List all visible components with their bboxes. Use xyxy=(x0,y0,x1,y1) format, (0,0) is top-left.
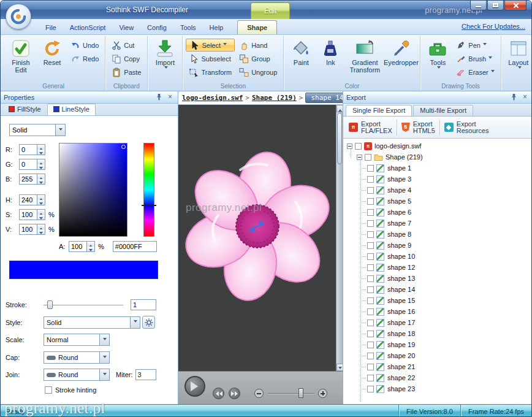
tree-item-checkbox[interactable] xyxy=(367,386,374,392)
panel-close-icon[interactable]: × xyxy=(520,93,530,102)
join-dropdown-button[interactable] xyxy=(99,369,109,380)
stroke-value-field[interactable]: 1 xyxy=(131,299,156,310)
tree-item-shape[interactable]: shape 8 xyxy=(360,229,532,240)
eyedropper-button[interactable]: Eyedropper xyxy=(385,37,417,67)
stroke-slider[interactable] xyxy=(44,300,123,310)
tree-item-shape[interactable]: shape 1 xyxy=(360,163,532,174)
undo-button[interactable]: Undo xyxy=(67,39,102,52)
blue-stepper[interactable] xyxy=(37,174,45,185)
green-field[interactable]: 0 xyxy=(19,159,37,170)
group-button[interactable]: Group xyxy=(236,52,280,65)
brush-button[interactable]: Brush xyxy=(453,52,497,65)
tree-item-shape[interactable]: shape 16 xyxy=(360,306,532,317)
menu-file[interactable]: File xyxy=(39,21,63,34)
import-button[interactable]: Import xyxy=(151,37,179,72)
check-for-updates-link[interactable]: Check For Updates... xyxy=(462,23,525,30)
tab-fillstyle[interactable]: FillStyle xyxy=(2,104,47,115)
play-button[interactable] xyxy=(184,376,205,397)
tree-item-shape[interactable]: shape 19 xyxy=(360,339,532,350)
pen-button[interactable]: Pen xyxy=(453,39,497,52)
ink-button[interactable]: Ink xyxy=(316,37,344,67)
breadcrumb-current-item[interactable]: shape 142 xyxy=(305,93,343,103)
tree-item-shape[interactable]: shape 23 xyxy=(360,383,532,394)
tree-item-shape[interactable]: shape 17 xyxy=(360,317,532,328)
transform-button[interactable]: Transform xyxy=(186,66,235,78)
collapse-icon[interactable] xyxy=(357,155,362,160)
tree-item-shape[interactable]: shape 20 xyxy=(360,350,532,361)
skip-forward-button[interactable] xyxy=(229,388,240,399)
alpha-field[interactable]: 100 xyxy=(69,241,87,252)
zoom-in-button[interactable] xyxy=(318,389,327,398)
green-stepper[interactable] xyxy=(37,159,45,170)
tree-item-checkbox[interactable] xyxy=(367,308,374,315)
tree-item-checkbox[interactable] xyxy=(367,198,374,205)
red-field[interactable]: 0 xyxy=(19,144,37,155)
subselect-button[interactable]: Subselect xyxy=(186,52,235,65)
miter-field[interactable]: 3 xyxy=(135,369,156,380)
blue-field[interactable]: 255 xyxy=(19,174,37,185)
style-settings-button[interactable] xyxy=(142,316,155,329)
flower-shape[interactable] xyxy=(181,128,334,324)
eraser-button[interactable]: Eraser xyxy=(453,66,497,78)
export-fla-button[interactable]: fl ExportFLA/FLEX xyxy=(344,120,397,136)
hue-stepper[interactable] xyxy=(37,194,45,205)
tab-linestyle[interactable]: LineStyle xyxy=(47,104,96,115)
fill-type-dropdown[interactable]: Solid xyxy=(9,124,66,136)
menu-config[interactable]: Config xyxy=(140,21,173,34)
tree-item-checkbox[interactable] xyxy=(367,275,374,282)
tree-item-shape[interactable]: shape 18 xyxy=(360,328,532,339)
export-html5-button[interactable]: 5 ExportHTML5 xyxy=(397,120,439,136)
hand-button[interactable]: Hand xyxy=(236,39,280,52)
copy-button[interactable]: Copy xyxy=(108,52,144,65)
saturation-field[interactable]: 100 xyxy=(19,209,37,220)
tree-item-shape[interactable]: shape 12 xyxy=(360,262,532,273)
tree-item-checkbox[interactable] xyxy=(367,264,374,271)
pin-icon[interactable] xyxy=(509,93,519,102)
tree-item-shape[interactable]: shape 22 xyxy=(360,372,532,383)
tree-item-checkbox[interactable] xyxy=(367,242,374,249)
scrollbar-thumb[interactable] xyxy=(337,113,342,164)
canvas-vertical-scrollbar[interactable] xyxy=(336,105,343,371)
paint-button[interactable]: Paint xyxy=(287,37,315,67)
tree-item-shape[interactable]: shape 9 xyxy=(360,240,532,251)
tools-button[interactable]: Tools xyxy=(424,37,452,72)
tree-item-checkbox[interactable] xyxy=(367,286,374,293)
scale-dropdown-button[interactable] xyxy=(99,334,109,345)
pin-icon[interactable] xyxy=(154,93,164,102)
tree-item-checkbox[interactable] xyxy=(367,176,374,183)
tree-root-item[interactable]: fl logo-design.swf xyxy=(347,140,532,151)
tree-item-checkbox[interactable] xyxy=(367,220,374,227)
tree-item-checkbox[interactable] xyxy=(367,375,374,381)
tree-item-checkbox[interactable] xyxy=(367,209,374,216)
minimize-button[interactable] xyxy=(470,1,487,10)
gradient-transform-button[interactable]: Gradient Transform xyxy=(346,37,384,75)
alpha-stepper[interactable] xyxy=(87,241,95,252)
fill-type-dropdown-button[interactable] xyxy=(55,124,65,136)
tree-item-shape[interactable]: shape 14 xyxy=(360,284,532,295)
cap-dropdown-button[interactable] xyxy=(99,352,109,363)
zoom-out-button[interactable] xyxy=(254,389,264,398)
scroll-up-icon[interactable] xyxy=(336,105,343,112)
saturation-value-picker[interactable] xyxy=(59,143,127,237)
tree-item-shape[interactable]: shape 7 xyxy=(360,218,532,229)
join-dropdown[interactable]: Round xyxy=(44,369,110,381)
maximize-button[interactable] xyxy=(487,1,504,10)
breadcrumb-file-link[interactable]: logo-design.swf xyxy=(182,94,243,102)
finish-edit-button[interactable]: Finish Edit xyxy=(5,37,37,75)
tree-item-shape[interactable]: shape 13 xyxy=(360,273,532,284)
shape-canvas[interactable]: programy.net.pl xyxy=(178,105,343,371)
tree-item-checkbox[interactable] xyxy=(367,297,374,304)
menu-actionscript[interactable]: ActionScript xyxy=(63,21,113,34)
tree-folder-item[interactable]: Shape (219) xyxy=(357,151,532,163)
tree-item-checkbox[interactable] xyxy=(367,187,374,194)
ungroup-button[interactable]: Ungroup xyxy=(236,66,280,78)
close-button[interactable] xyxy=(504,1,526,10)
app-logo-icon[interactable] xyxy=(6,4,31,29)
tree-item-shape[interactable]: shape 5 xyxy=(360,196,532,207)
style-dropdown-button[interactable] xyxy=(130,317,140,328)
menu-view[interactable]: View xyxy=(112,21,140,34)
tree-item-checkbox[interactable] xyxy=(367,342,374,348)
scale-dropdown[interactable]: Normal xyxy=(44,334,110,346)
skip-back-button[interactable] xyxy=(213,388,224,399)
cut-button[interactable]: Cut xyxy=(108,39,144,52)
